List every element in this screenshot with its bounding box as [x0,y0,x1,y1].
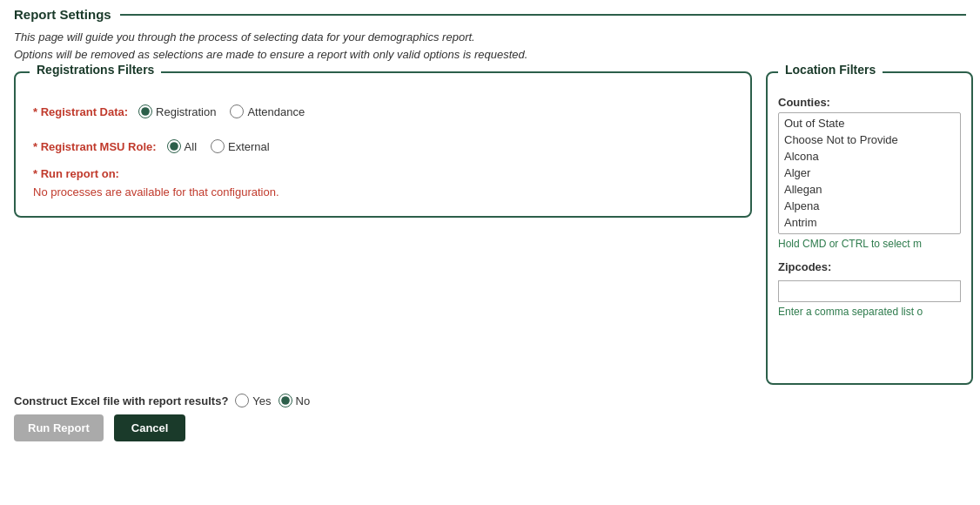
county-option-allegan[interactable]: Allegan [781,181,958,198]
radio-attendance-input[interactable] [230,104,244,118]
radio-excel-no[interactable]: No [279,394,311,407]
radio-external-label: External [228,140,270,153]
page-wrapper: Report Settings This page will guide you… [0,0,980,448]
counties-label: Counties: [778,96,961,109]
zipcodes-input[interactable] [778,280,961,302]
registrant-msu-role-radio-group: All External [167,139,270,153]
registrant-data-group: * Registrant Data: Registration Attendan… [33,104,733,118]
county-option-alger[interactable]: Alger [781,165,958,181]
registrant-msu-role-label: * Registrant MSU Role: [33,140,157,153]
radio-excel-yes[interactable]: Yes [235,394,271,407]
county-option-alpena[interactable]: Alpena [781,198,958,214]
counties-hint: Hold CMD or CTRL to select m [778,238,961,250]
county-option-antrim[interactable]: Antrim [781,214,958,231]
counties-select[interactable]: Out of State Choose Not to Provide Alcon… [778,112,961,234]
radio-excel-yes-input[interactable] [235,394,249,407]
report-settings-title: Report Settings [14,7,120,22]
registrant-msu-role-group: * Registrant MSU Role: All External [33,139,733,153]
radio-excel-yes-label: Yes [252,394,271,407]
description-line1: This page will guide you through the pro… [14,29,966,46]
location-legend: Location Filters [778,63,883,77]
radio-registration-input[interactable] [138,104,152,118]
location-panel: Location Filters Counties: Out of State … [766,71,980,385]
run-report-on-section: * Run report on: No processes are availa… [33,167,733,199]
action-row: Run Report Cancel [14,414,966,441]
county-option-choose-not[interactable]: Choose Not to Provide [781,131,958,148]
radio-attendance-label: Attendance [247,105,305,118]
panels-row: Registrations Filters * Registrant Data:… [0,71,980,385]
radio-all[interactable]: All [167,139,197,153]
radio-all-input[interactable] [167,139,181,153]
registrations-panel: Registrations Filters * Registrant Data:… [0,71,766,385]
radio-excel-no-label: No [296,394,311,407]
registrations-fieldset: Registrations Filters * Registrant Data:… [14,71,752,218]
excel-label: Construct Excel file with report results… [14,394,228,407]
registrations-legend: Registrations Filters [30,63,161,77]
description-line2: Options will be removed as selections ar… [14,46,966,64]
radio-registration[interactable]: Registration [138,104,216,118]
cancel-button[interactable]: Cancel [114,414,186,441]
county-option-out-of-state[interactable]: Out of State [781,115,958,131]
registrant-data-label: * Registrant Data: [33,105,128,118]
header-divider [120,14,966,16]
bottom-section: Construct Excel file with report results… [0,385,980,448]
radio-all-label: All [185,140,197,153]
zipcodes-hint: Enter a comma separated list o [778,306,961,318]
location-fieldset: Location Filters Counties: Out of State … [766,71,973,385]
report-settings-header: Report Settings [14,0,966,24]
zipcodes-label: Zipcodes: [778,260,961,273]
radio-excel-no-input[interactable] [279,394,292,407]
radio-external-input[interactable] [211,139,225,153]
county-option-alcona[interactable]: Alcona [781,148,958,165]
radio-registration-label: Registration [156,105,216,118]
run-report-button[interactable]: Run Report [14,414,104,441]
registrant-data-radio-group: Registration Attendance [138,104,305,118]
excel-row: Construct Excel file with report results… [14,394,966,407]
radio-external[interactable]: External [211,139,270,153]
radio-attendance[interactable]: Attendance [230,104,305,118]
run-report-on-label: * Run report on: [33,167,119,180]
run-report-error: No processes are available for that conf… [33,185,733,199]
